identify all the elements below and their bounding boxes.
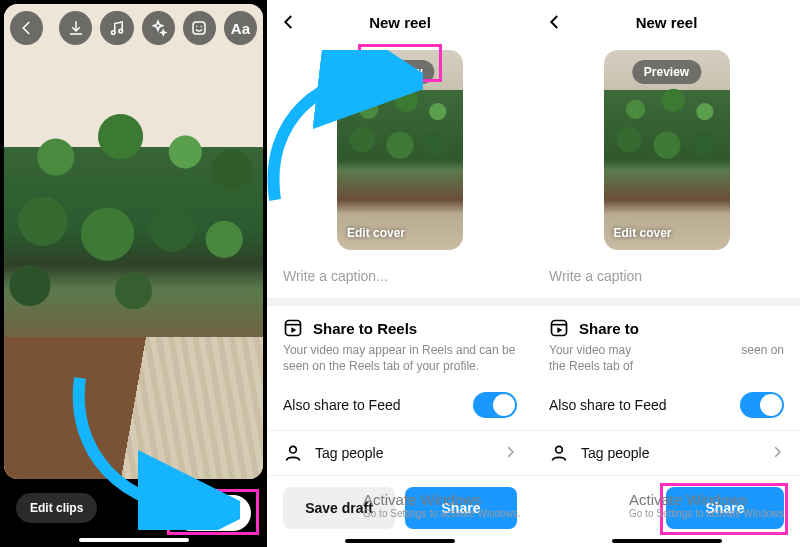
share-heading: Share to	[579, 320, 639, 337]
chevron-right-icon	[770, 445, 784, 462]
reels-icon	[283, 318, 303, 338]
tag-people-label: Tag people	[315, 445, 384, 461]
home-indicator	[345, 539, 455, 543]
sticker-icon[interactable]	[183, 11, 216, 45]
also-share-row: Also share to Feed	[533, 380, 800, 430]
share-button[interactable]: Share	[666, 487, 784, 529]
chevron-right-icon	[222, 506, 236, 520]
home-indicator	[612, 539, 722, 543]
tag-people-row[interactable]: Tag people	[267, 431, 533, 475]
svg-point-3	[196, 26, 198, 28]
caption-input[interactable]: Write a caption	[533, 260, 800, 298]
back-button[interactable]	[543, 10, 567, 34]
share-section: Share to Your video may seen on the Reel…	[533, 306, 800, 380]
back-icon[interactable]	[10, 11, 43, 45]
back-button[interactable]	[277, 10, 301, 34]
share-heading: Share to Reels	[313, 320, 417, 337]
edit-cover-button[interactable]: Edit cover	[614, 226, 672, 240]
svg-rect-5	[286, 321, 301, 336]
reels-icon	[549, 318, 569, 338]
home-indicator	[79, 538, 189, 542]
cover-preview[interactable]: Preview Edit cover	[604, 50, 730, 250]
page-title: New reel	[636, 14, 698, 31]
svg-point-1	[119, 29, 123, 33]
page-title: New reel	[369, 14, 431, 31]
footer-actions: Share	[533, 479, 800, 547]
download-icon[interactable]	[59, 11, 92, 45]
person-icon	[549, 443, 569, 463]
edit-clips-button[interactable]: Edit clips	[16, 493, 97, 523]
tag-people-row[interactable]: Tag people	[533, 431, 800, 475]
header: New reel	[533, 0, 800, 44]
share-desc-left1: Your video may	[549, 342, 631, 358]
share-desc-right1: seen on	[741, 342, 784, 358]
share-button[interactable]: Share	[405, 487, 517, 529]
text-icon[interactable]: Aa	[224, 11, 257, 45]
chevron-right-icon	[503, 445, 517, 462]
editor-top-toolbar: Aa	[10, 10, 257, 46]
next-button[interactable]: Next	[173, 495, 251, 531]
next-label: Next	[188, 505, 218, 521]
editor-screen: Aa Edit clips Next	[0, 0, 267, 547]
new-reel-screen-1: New reel Preview Edit cover Write a capt…	[267, 0, 533, 547]
svg-rect-2	[193, 22, 205, 34]
share-desc-left2: the Reels tab of	[549, 358, 784, 374]
person-icon	[283, 443, 303, 463]
also-share-toggle[interactable]	[473, 392, 517, 418]
effects-icon[interactable]	[142, 11, 175, 45]
footer-actions: Save draft Share	[267, 479, 533, 547]
also-share-label: Also share to Feed	[283, 397, 401, 413]
preview-button[interactable]: Preview	[632, 60, 701, 84]
svg-point-10	[556, 447, 563, 454]
svg-point-7	[290, 447, 297, 454]
preview-button[interactable]: Preview	[365, 60, 434, 84]
svg-marker-9	[557, 327, 562, 333]
share-description: Your video may appear in Reels and can b…	[283, 342, 517, 374]
svg-point-0	[111, 31, 115, 35]
also-share-row: Also share to Feed	[267, 380, 533, 430]
edit-cover-button[interactable]: Edit cover	[347, 226, 405, 240]
caption-input[interactable]: Write a caption...	[267, 260, 533, 298]
save-draft-button[interactable]: Save draft	[283, 487, 395, 529]
tag-people-label: Tag people	[581, 445, 650, 461]
cover-preview[interactable]: Preview Edit cover	[337, 50, 463, 250]
new-reel-screen-2: New reel Preview Edit cover Write a capt…	[533, 0, 800, 547]
editor-bottom-bar: Edit clips Next	[4, 479, 263, 547]
svg-rect-8	[552, 321, 567, 336]
svg-point-4	[201, 26, 203, 28]
video-preview[interactable]	[4, 4, 263, 479]
also-share-label: Also share to Feed	[549, 397, 667, 413]
also-share-toggle[interactable]	[740, 392, 784, 418]
svg-marker-6	[291, 327, 296, 333]
share-section: Share to Reels Your video may appear in …	[267, 306, 533, 380]
header: New reel	[267, 0, 533, 44]
music-icon[interactable]	[100, 11, 133, 45]
